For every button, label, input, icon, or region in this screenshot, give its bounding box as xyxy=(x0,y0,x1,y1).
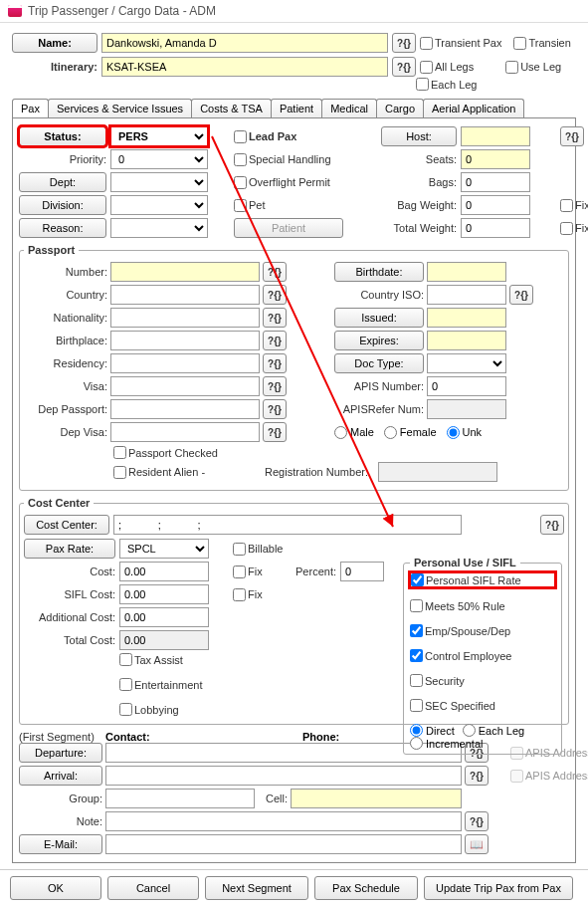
special-check[interactable]: Special Handling xyxy=(234,153,343,166)
tab-pax[interactable]: Pax xyxy=(12,99,49,117)
doctype-select[interactable] xyxy=(427,353,506,373)
country-iso-input[interactable] xyxy=(427,285,506,305)
addlcost-input[interactable] xyxy=(119,607,209,627)
expires-button[interactable]: Expires: xyxy=(334,331,424,350)
overflight-check[interactable]: Overflight Permit xyxy=(234,176,343,189)
cost-input[interactable] xyxy=(119,562,209,581)
itinerary-input[interactable] xyxy=(101,57,388,77)
reason-select[interactable] xyxy=(110,218,208,238)
gender-male[interactable]: Male xyxy=(334,426,374,439)
incremental-radio[interactable]: Incremental xyxy=(410,737,555,750)
tab-costs[interactable]: Costs & TSA xyxy=(191,99,272,117)
arrival-help[interactable]: ?{} xyxy=(465,766,489,786)
percent-input[interactable] xyxy=(340,562,384,581)
paxrate-button[interactable]: Pax Rate: xyxy=(24,539,115,559)
arrival-input[interactable] xyxy=(105,766,462,786)
dept-button[interactable]: Dept: xyxy=(19,172,106,192)
dept-select[interactable] xyxy=(110,172,208,192)
empspouse-check[interactable]: Emp/Spouse/Dep xyxy=(410,624,555,637)
meets50-check[interactable]: Meets 50% Rule xyxy=(410,599,555,612)
email-button[interactable]: E-Mail: xyxy=(19,834,102,854)
birthdate-input[interactable] xyxy=(427,262,506,282)
pp-number-input[interactable] xyxy=(110,262,260,282)
resident-alien[interactable]: Resident Alien - xyxy=(113,466,205,479)
name-input[interactable] xyxy=(101,33,388,53)
pax-schedule-button[interactable]: Pax Schedule xyxy=(314,876,418,900)
costcenter-input[interactable] xyxy=(113,515,462,535)
note-input[interactable] xyxy=(105,811,462,831)
visa-help[interactable]: ?{} xyxy=(263,376,287,396)
cell-input[interactable] xyxy=(291,789,462,808)
birthdate-button[interactable]: Birthdate: xyxy=(334,262,424,282)
arrival-button[interactable]: Arrival: xyxy=(19,766,102,786)
nationality-help[interactable]: ?{} xyxy=(263,308,287,328)
transien-cut-check[interactable]: Transien xyxy=(513,37,570,50)
host-button[interactable]: Host: xyxy=(381,126,457,146)
tab-aerial[interactable]: Aerial Application xyxy=(423,99,524,117)
leadpax-check[interactable]: Lead Pax xyxy=(234,130,343,143)
personal-sifl-check[interactable]: Personal SIFL Rate xyxy=(410,572,555,587)
group-input[interactable] xyxy=(105,789,255,808)
secspec-check[interactable]: SEC Specified xyxy=(410,699,555,712)
tab-medical[interactable]: Medical xyxy=(321,99,377,117)
priority-select[interactable]: 0 xyxy=(110,149,208,169)
pp-country-input[interactable] xyxy=(110,285,260,305)
dep-visa-input[interactable] xyxy=(110,422,260,442)
tab-cargo[interactable]: Cargo xyxy=(376,99,424,117)
passport-checked[interactable]: Passport Checked xyxy=(113,446,218,459)
security-check[interactable]: Security xyxy=(410,674,555,687)
expires-input[interactable] xyxy=(427,331,506,350)
issued-button[interactable]: Issued: xyxy=(334,308,424,328)
pet-check[interactable]: Pet xyxy=(234,199,343,212)
nationality-input[interactable] xyxy=(110,308,260,328)
ok-button[interactable]: OK xyxy=(10,876,101,900)
update-trip-button[interactable]: Update Trip Pax from Pax xyxy=(424,876,573,900)
bagwt-input[interactable] xyxy=(461,195,530,215)
host-help-icon[interactable]: ?{} xyxy=(560,126,584,146)
cancel-button[interactable]: Cancel xyxy=(107,876,199,900)
direct-radio[interactable]: Direct xyxy=(410,724,455,737)
reason-button[interactable]: Reason: xyxy=(19,218,106,238)
all-legs-check[interactable]: All Legs xyxy=(420,61,474,74)
status-button[interactable]: Status: xyxy=(19,126,106,146)
departure-button[interactable]: Departure: xyxy=(19,743,102,763)
country-iso-help[interactable]: ?{} xyxy=(509,285,533,305)
birthplace-help[interactable]: ?{} xyxy=(263,331,287,350)
bags-input[interactable] xyxy=(461,172,530,192)
seats-input[interactable] xyxy=(461,149,530,169)
name-button[interactable]: Name: xyxy=(12,33,98,53)
dep-visa-help[interactable]: ?{} xyxy=(263,422,287,442)
eachleg-radio[interactable]: Each Leg xyxy=(463,724,524,737)
pp-country-help[interactable]: ?{} xyxy=(263,285,287,305)
apis-ref-input[interactable] xyxy=(427,399,506,419)
status-select[interactable]: PERS xyxy=(110,126,208,146)
totwt-input[interactable] xyxy=(461,218,530,238)
paxrate-select[interactable]: SPCL xyxy=(119,539,209,559)
residency-help[interactable]: ?{} xyxy=(263,353,287,373)
division-button[interactable]: Division: xyxy=(19,195,106,215)
tab-patient[interactable]: Patient xyxy=(271,99,322,117)
reg-num-input[interactable] xyxy=(378,462,497,482)
division-select[interactable] xyxy=(110,195,208,215)
next-segment-button[interactable]: Next Segment xyxy=(205,876,308,900)
costcenter-help[interactable]: ?{} xyxy=(540,515,564,535)
residency-input[interactable] xyxy=(110,353,260,373)
name-help-icon[interactable]: ?{} xyxy=(392,33,416,53)
pp-number-help[interactable]: ?{} xyxy=(263,262,287,282)
dep-passport-help[interactable]: ?{} xyxy=(263,399,287,419)
note-help[interactable]: ?{} xyxy=(465,811,489,831)
billable-check[interactable]: Billable xyxy=(233,543,384,556)
visa-input[interactable] xyxy=(110,376,260,396)
control-check[interactable]: Control Employee xyxy=(410,649,555,662)
transient-pax-check[interactable]: Transient Pax xyxy=(420,37,501,50)
costcenter-button[interactable]: Cost Center: xyxy=(24,515,109,535)
bagwt-fix-check[interactable]: Fix xyxy=(560,199,588,212)
use-leg-check[interactable]: Use Leg xyxy=(505,61,561,74)
tab-services[interactable]: Services & Service Issues xyxy=(48,99,192,117)
dep-passport-input[interactable] xyxy=(110,399,260,419)
birthplace-input[interactable] xyxy=(110,331,260,350)
doctype-button[interactable]: Doc Type: xyxy=(334,353,424,373)
apis-num-input[interactable] xyxy=(427,376,506,396)
totwt-fix-check[interactable]: Fix xyxy=(560,222,588,235)
book-icon[interactable]: 📖 xyxy=(465,834,489,854)
